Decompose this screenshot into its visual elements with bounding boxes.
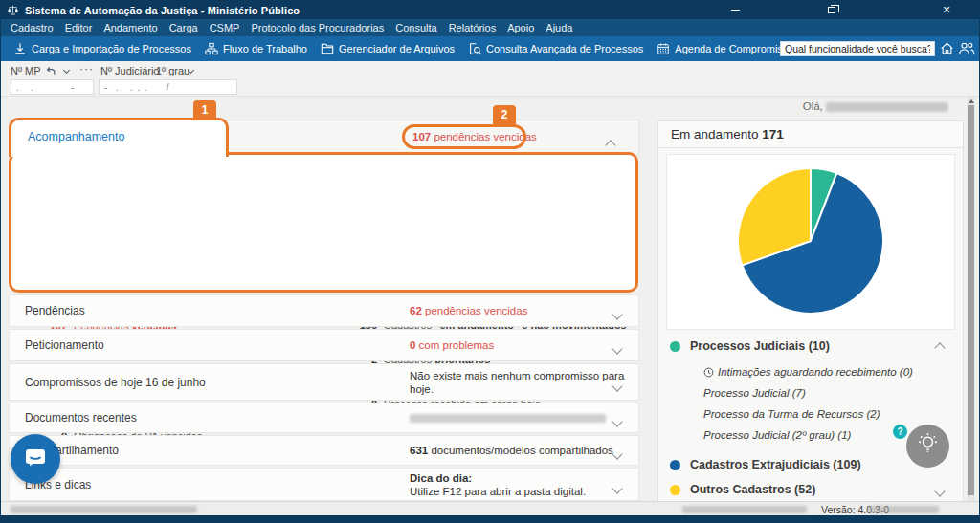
clock-icon: [703, 367, 714, 378]
annotation-badge-1: 1: [193, 100, 216, 120]
accordion-row-peticionamento[interactable]: Peticionamento0 com problemas: [9, 329, 639, 361]
accordion-row-documentos-recentes[interactable]: Documentos recentes: [9, 403, 639, 433]
chevron-down-icon: [612, 416, 622, 426]
toolbar-button-consulta-avancada-de-processos[interactable]: Consulta Avançada de Processos: [461, 36, 650, 61]
chevron-down-icon: [612, 309, 622, 319]
accordion-value: Dica do dia:Utilize F12 para abrir a pas…: [410, 471, 628, 498]
pie-chart: [667, 155, 954, 329]
tab-acompanhamento[interactable]: Acompanhamento: [9, 118, 229, 157]
legend-collapse-control[interactable]: [936, 485, 944, 498]
redacted-server-info: [682, 506, 807, 513]
process-number-bar: Nº MP ··· Nº Judiciário 1º grau: [1, 61, 979, 97]
menu-item-andamento[interactable]: Andamento: [98, 19, 163, 36]
scroll-up-icon[interactable]: [969, 99, 974, 103]
accordion-label: Pendências: [10, 304, 85, 317]
legend-dot: [670, 341, 680, 352]
help-question-badge[interactable]: ?: [893, 425, 907, 439]
collapse-panel-control[interactable]: [607, 136, 614, 153]
accordion-row-compromissos[interactable]: Compromissos de hoje 16 de junhoNão exis…: [9, 363, 639, 401]
menu-item-ajuda[interactable]: Ajuda: [540, 19, 578, 36]
scrollbar[interactable]: [967, 97, 975, 505]
users-icon[interactable]: [958, 41, 975, 55]
overdue-alert-link[interactable]: 107 pendências vencidas: [412, 131, 537, 142]
scrollbar-thumb[interactable]: [968, 105, 974, 495]
menu-item-cadastro[interactable]: Cadastro: [5, 19, 59, 36]
toolbar-button-label: Carga e Importação de Processos: [32, 43, 191, 54]
minimize-button[interactable]: [721, 1, 749, 19]
toolbar-button-label: Consulta Avançada de Processos: [486, 43, 643, 54]
legend-item-outros-cadastros[interactable]: Outros Cadastros (52): [666, 477, 955, 502]
expand-row-control[interactable]: [613, 305, 621, 322]
menu-item-protocolo-das-procuradorias[interactable]: Protocolo das Procuradorias: [245, 19, 390, 36]
legend-subitem-processo-judicial-7[interactable]: Processo Judicial (7): [703, 382, 955, 403]
maximize-button[interactable]: [817, 1, 846, 19]
chat-bubble-icon: [22, 444, 49, 474]
app-window: Sistema de Automação da Justiça - Minist…: [0, 0, 980, 523]
mp-number-input[interactable]: [11, 79, 94, 95]
download-icon: [13, 42, 27, 55]
menu-bar: CadastroEditorAndamentoCargaCSMPProtocol…: [1, 19, 979, 36]
greeting: Olá,: [575, 100, 948, 112]
toolbar-button-label: Gerenciador de Arquivos: [339, 43, 455, 54]
search-doc-icon: [468, 42, 481, 55]
toolbar: Carga e Importação de ProcessosFluxo de …: [1, 36, 979, 61]
chevron-down-icon: [612, 343, 622, 354]
judicial-number-input[interactable]: [99, 79, 237, 95]
expand-row-control[interactable]: [613, 339, 621, 357]
workflow-icon: [205, 42, 218, 55]
accordion-row-compartilhamento[interactable]: Compartilhamento631 documentos/modelos c…: [9, 435, 639, 466]
menu-item-apoio[interactable]: Apoio: [501, 19, 540, 36]
toolbar-button-gerenciador-de-arquivos[interactable]: Gerenciador de Arquivos: [314, 36, 461, 61]
accompaniment-panel: 107Pendências vencidas3Pendências a venc…: [11, 155, 636, 290]
accordion-value: 0 com problemas: [410, 338, 628, 352]
expand-row-control[interactable]: [613, 445, 621, 462]
chevron-up-icon: [605, 140, 615, 150]
chevron-down-icon[interactable]: [63, 67, 70, 74]
toolbar-button-fluxo-de-trabalho[interactable]: Fluxo de Trabalho: [198, 36, 314, 61]
menu-item-csmp[interactable]: CSMP: [204, 19, 246, 36]
accordion-value: 62 pendências vencidas: [410, 304, 628, 317]
menu-item-editor[interactable]: Editor: [59, 19, 99, 36]
toolbar-buttons: Carga e Importação de ProcessosFluxo de …: [7, 36, 806, 61]
expand-row-control[interactable]: [613, 377, 621, 394]
restore-icon: [828, 7, 835, 13]
legend-subitem-intimacoes-aguardando-recebimento-0[interactable]: Intimações aguardando recebimento (0): [703, 361, 955, 382]
legend: Processos Judiciais (10)Intimações aguar…: [666, 334, 955, 502]
legend-dot: [670, 460, 680, 470]
close-button[interactable]: ×: [932, 1, 961, 19]
accordion-row-pendencias[interactable]: Pendências62 pendências vencidas: [9, 294, 639, 327]
more-options-button[interactable]: ···: [79, 62, 94, 76]
degree-label: 1º grau: [156, 65, 189, 76]
chevron-up-icon: [934, 342, 945, 353]
redacted-recent-document: [410, 414, 606, 423]
accordion-value: Não existe mais nenhum compromisso para …: [410, 369, 628, 396]
justice-scale-icon: [7, 4, 19, 16]
calendar-icon: [657, 42, 670, 55]
legend-item-processos-judiciais[interactable]: Processos Judiciais (10): [666, 334, 955, 359]
toolbar-button-carga-e-importacao-de-processos[interactable]: Carga e Importação de Processos: [7, 36, 198, 61]
redacted-status-context: [11, 506, 197, 513]
chat-button[interactable]: [11, 434, 60, 484]
expand-row-control[interactable]: [613, 412, 621, 429]
chevron-down-icon: [612, 448, 622, 459]
chevron-down-icon: [612, 483, 622, 493]
minimize-icon: [731, 10, 740, 11]
lightbulb-button[interactable]: [906, 425, 949, 468]
legend-label: Processos Judiciais (10): [690, 339, 830, 353]
search-input[interactable]: [780, 41, 935, 56]
folder-icon: [321, 42, 334, 55]
menu-item-carga[interactable]: Carga: [164, 19, 204, 36]
judicial-number-label: Nº Judiciário: [100, 65, 159, 76]
redacted-database-info: [868, 506, 939, 513]
annotation-badge-2: 2: [493, 105, 516, 124]
menu-item-relatorios[interactable]: Relatórios: [443, 19, 502, 36]
accordion-row-links-e-dicas[interactable]: Links e dicasDica do dia:Utilize F12 par…: [9, 468, 639, 501]
undo-icon[interactable]: [45, 65, 56, 76]
legend-collapse-control[interactable]: [936, 341, 944, 355]
menu-item-consulta[interactable]: Consulta: [390, 19, 442, 36]
status-bar: Versão: 4.0.3-0: [1, 501, 979, 515]
legend-label: Outros Cadastros (52): [690, 483, 815, 496]
home-icon[interactable]: [940, 41, 954, 55]
expand-row-control[interactable]: [613, 479, 621, 496]
legend-subitem-processo-da-turma-de-recursos-2[interactable]: Processo da Turma de Recursos (2): [703, 403, 955, 425]
